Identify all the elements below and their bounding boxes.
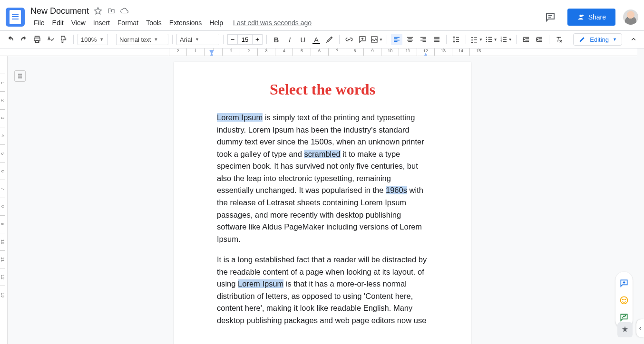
menu-view[interactable]: View [68, 17, 89, 29]
docs-home-icon[interactable] [6, 8, 25, 27]
page-scroll-area[interactable]: Select the words Lorem Ipsum is simply t… [8, 56, 637, 344]
zoom-select[interactable]: 100%▼ [78, 34, 108, 45]
align-right-button[interactable] [418, 34, 429, 45]
explore-button[interactable] [617, 322, 633, 337]
emoji-reaction-button[interactable] [615, 292, 633, 309]
hide-menus-button[interactable] [628, 34, 639, 45]
side-panel-toggle[interactable] [636, 319, 644, 337]
menu-file[interactable]: File [30, 17, 48, 29]
document-page[interactable]: Select the words Lorem Ipsum is simply t… [174, 62, 471, 344]
document-body[interactable]: Lorem Ipsum is simply text of the printi… [217, 112, 428, 327]
menu-help[interactable]: Help [206, 17, 226, 29]
font-size-control: − + [227, 34, 263, 45]
highlighted-text[interactable]: Lorem Ipsum [217, 113, 263, 122]
header: New Document File Edit View Insert Forma… [0, 0, 644, 30]
vertical-ruler[interactable]: 12345678910111213 [0, 56, 8, 344]
highlighted-text[interactable]: scrambled [304, 150, 340, 158]
bulleted-list-button[interactable]: ▼ [485, 34, 498, 45]
add-comment-button[interactable] [357, 34, 368, 45]
add-comment-side-button[interactable] [615, 275, 633, 292]
open-comments-button[interactable] [541, 8, 560, 27]
redo-button[interactable] [18, 34, 29, 45]
undo-button[interactable] [5, 34, 16, 45]
share-label: Share [588, 13, 606, 21]
menu-extensions[interactable]: Extensions [166, 17, 205, 29]
insert-image-button[interactable]: ▼ [370, 34, 383, 45]
decrease-indent-button[interactable] [520, 34, 532, 45]
svg-point-1 [486, 37, 487, 38]
account-avatar[interactable] [623, 10, 638, 25]
highlighted-text[interactable]: 1960s [386, 186, 407, 194]
highlight-button[interactable] [324, 34, 335, 45]
paragraph-1: Lorem Ipsum is simply text of the printi… [217, 112, 428, 245]
toolbar: 100%▼ Normal text▼ Arial▼ − + B I U A ▼ … [0, 30, 644, 48]
svg-point-8 [623, 299, 624, 300]
paragraph-2: It is a long established fact that a rea… [217, 254, 428, 326]
menu-format[interactable]: Format [114, 17, 142, 29]
numbered-list-button[interactable]: 123▼ [499, 34, 512, 45]
align-justify-button[interactable] [431, 34, 442, 45]
annotation-text: Select the words [217, 81, 428, 98]
highlighted-text[interactable]: Lorem Ipsum [238, 279, 283, 288]
workspace: 21123456789101112131415 1234567891011121… [0, 48, 644, 344]
editing-mode-button[interactable]: Editing ▼ [573, 33, 622, 46]
print-button[interactable] [31, 34, 43, 45]
font-size-increase[interactable]: + [252, 34, 263, 45]
text-color-button[interactable]: A [311, 34, 322, 45]
svg-point-3 [486, 41, 487, 42]
insert-link-button[interactable] [343, 34, 355, 45]
menu-bar: File Edit View Insert Format Tools Exten… [30, 17, 541, 29]
share-button[interactable]: Share [567, 9, 615, 26]
last-edit-link[interactable]: Last edit was seconds ago [233, 19, 312, 27]
menu-insert[interactable]: Insert [90, 17, 113, 29]
menu-tools[interactable]: Tools [143, 17, 165, 29]
star-icon[interactable] [94, 7, 102, 15]
font-size-input[interactable] [238, 34, 252, 45]
svg-point-9 [625, 299, 626, 300]
align-center-button[interactable] [404, 34, 416, 45]
checklist-button[interactable]: ▼ [470, 34, 483, 45]
margin-tools [615, 272, 633, 329]
font-select[interactable]: Arial▼ [176, 34, 219, 45]
move-icon[interactable] [107, 7, 116, 15]
align-left-button[interactable] [391, 34, 402, 45]
document-title[interactable]: New Document [30, 6, 89, 16]
svg-point-7 [621, 297, 628, 304]
bold-button[interactable]: B [271, 34, 282, 45]
underline-button[interactable]: U [297, 34, 309, 45]
paint-format-button[interactable] [58, 34, 69, 45]
font-size-decrease[interactable]: − [227, 34, 238, 45]
menu-edit[interactable]: Edit [49, 17, 67, 29]
svg-point-2 [486, 39, 487, 40]
italic-button[interactable]: I [284, 34, 295, 45]
clear-formatting-button[interactable] [553, 34, 565, 45]
line-spacing-button[interactable] [450, 34, 462, 45]
cloud-saved-icon[interactable] [120, 7, 129, 15]
horizontal-ruler[interactable]: 21123456789101112131415 [0, 48, 637, 56]
paragraph-style-select[interactable]: Normal text▼ [116, 34, 168, 45]
spellcheck-button[interactable] [45, 34, 56, 45]
title-area: New Document File Edit View Insert Forma… [30, 6, 541, 29]
increase-indent-button[interactable] [534, 34, 545, 45]
svg-text:3: 3 [500, 40, 502, 43]
